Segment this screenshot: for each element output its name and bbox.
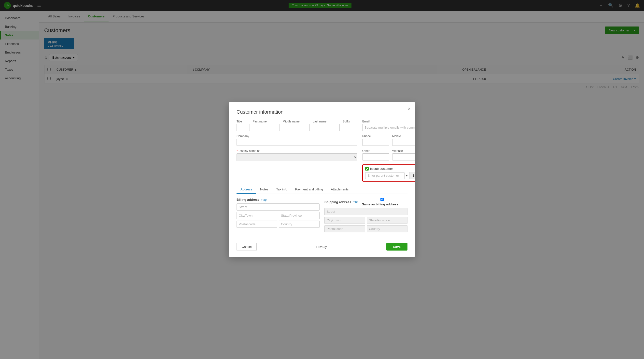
email-label: Email: [362, 120, 415, 123]
billing-city-input[interactable]: [236, 212, 277, 219]
first-name-input[interactable]: [253, 124, 280, 131]
sub-customer-inputs: ▾ Bill with parent: [365, 172, 415, 179]
email-row: Email: [362, 120, 415, 131]
phone-input[interactable]: [362, 139, 389, 146]
shipping-city-row: [324, 217, 408, 225]
shipping-address-title: Shipping address map Same as billing add…: [324, 198, 408, 206]
shipping-postal-input[interactable]: [324, 225, 365, 232]
other-row: Other Website: [362, 149, 415, 160]
suffix-group: Suffix: [343, 120, 357, 131]
shipping-state-input[interactable]: [367, 217, 408, 224]
display-name-row: Display name as: [236, 149, 357, 161]
email-input[interactable]: [362, 124, 415, 131]
customer-information-modal: × Customer information Title First name: [229, 102, 415, 257]
billing-map-link[interactable]: map: [261, 198, 266, 201]
title-group: Title: [236, 120, 250, 131]
title-label: Title: [236, 120, 250, 123]
phone-label: Phone: [362, 134, 389, 138]
modal-tabs: Address Notes Tax info Payment and billi…: [236, 186, 408, 194]
email-group: Email: [362, 120, 415, 131]
name-fields-row: Title First name Middle name Last name: [236, 120, 357, 131]
mobile-group: Mobile: [392, 134, 415, 146]
display-name-group: Display name as: [236, 149, 357, 161]
last-name-input[interactable]: [313, 124, 340, 131]
last-name-label: Last name: [313, 120, 340, 123]
phone-group: Phone: [362, 134, 389, 146]
shipping-map-link[interactable]: map: [353, 200, 358, 204]
billing-state-input[interactable]: [279, 212, 320, 219]
display-name-label: Display name as: [236, 149, 357, 153]
company-row: Company: [236, 134, 357, 146]
shipping-address-col: Shipping address map Same as billing add…: [324, 198, 408, 234]
modal-top-section: Title First name Middle name Last name: [236, 120, 408, 182]
same-as-billing-checkbox[interactable]: [362, 198, 402, 201]
sub-customer-check: Is sub-customer: [365, 167, 415, 171]
modal-close-button[interactable]: ×: [408, 106, 410, 111]
tab-tax-info[interactable]: Tax info: [272, 186, 291, 194]
website-label: Website: [392, 149, 415, 153]
website-group: Website: [392, 149, 415, 160]
parent-customer-dropdown-icon[interactable]: ▾: [406, 174, 408, 177]
billing-postal-row: [236, 221, 320, 229]
last-name-group: Last name: [313, 120, 340, 131]
middle-name-label: Middle name: [283, 120, 310, 123]
first-name-label: First name: [253, 120, 280, 123]
billing-postal-input[interactable]: [236, 221, 277, 228]
modal-contact-fields: Email Phone Mobile Fax: [362, 120, 415, 182]
same-as-billing-label: Same as billing address: [362, 202, 398, 206]
shipping-postal-row: [324, 225, 408, 234]
bill-with-parent-select[interactable]: Bill with parent: [409, 172, 415, 179]
first-name-group: First name: [253, 120, 280, 131]
billing-city-row: [236, 212, 320, 221]
same-as-billing-group: Same as billing address: [362, 198, 402, 206]
company-label: Company: [236, 134, 357, 138]
other-label: Other: [362, 149, 389, 153]
mobile-label: Mobile: [392, 134, 415, 138]
mobile-input[interactable]: [392, 139, 415, 146]
other-group: Other: [362, 149, 389, 160]
middle-name-group: Middle name: [283, 120, 310, 131]
middle-name-input[interactable]: [283, 124, 310, 131]
save-button[interactable]: Save: [386, 243, 408, 251]
shipping-country-input[interactable]: [367, 225, 408, 232]
modal-footer: Cancel Privacy Save: [236, 243, 408, 251]
tab-address[interactable]: Address: [236, 186, 256, 194]
company-group: Company: [236, 134, 357, 146]
billing-address-title: Billing address map: [236, 198, 320, 201]
parent-customer-input[interactable]: [365, 172, 404, 179]
sub-customer-checkbox[interactable]: [365, 167, 369, 171]
sub-customer-label: Is sub-customer: [370, 167, 393, 171]
display-name-select[interactable]: [236, 153, 357, 161]
title-input[interactable]: [236, 124, 250, 131]
shipping-city-input[interactable]: [324, 217, 365, 224]
billing-country-input[interactable]: [279, 221, 320, 228]
suffix-label: Suffix: [343, 120, 357, 123]
address-columns: Billing address map: [236, 198, 408, 234]
billing-street-input[interactable]: [236, 203, 320, 211]
shipping-street-input[interactable]: [324, 208, 408, 215]
company-input[interactable]: [236, 139, 357, 146]
address-section: Billing address map: [236, 194, 408, 236]
sub-customer-section: Is sub-customer ▾ Bill with parent: [362, 164, 415, 182]
tab-payment-billing[interactable]: Payment and billing: [291, 186, 327, 194]
modal-title: Customer information: [236, 109, 408, 115]
billing-address-col: Billing address map: [236, 198, 320, 234]
tab-notes[interactable]: Notes: [256, 186, 272, 194]
privacy-link[interactable]: Privacy: [316, 245, 327, 249]
phone-row: Phone Mobile Fax: [362, 134, 415, 146]
cancel-button[interactable]: Cancel: [236, 243, 257, 251]
modal-overlay: × Customer information Title First name: [0, 0, 644, 359]
tab-attachments[interactable]: Attachments: [327, 186, 352, 194]
modal-name-fields: Title First name Middle name Last name: [236, 120, 357, 182]
website-input[interactable]: [392, 153, 415, 160]
suffix-input[interactable]: [343, 124, 357, 131]
other-input[interactable]: [362, 153, 389, 160]
